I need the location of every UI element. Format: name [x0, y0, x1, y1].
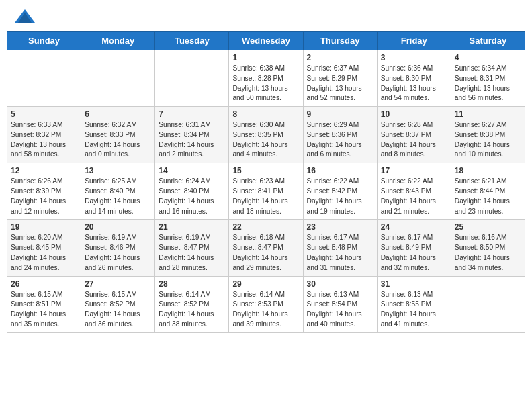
day-number: 10 [381, 109, 447, 119]
day-of-week-header: Wednesday [229, 32, 303, 50]
calendar-cell: 21Sunrise: 6:19 AMSunset: 8:47 PMDayligh… [155, 220, 229, 276]
day-number: 7 [159, 109, 225, 119]
day-number: 23 [307, 222, 373, 232]
calendar-cell: 23Sunrise: 6:17 AMSunset: 8:48 PMDayligh… [303, 220, 377, 276]
day-number: 24 [381, 222, 447, 232]
day-number: 5 [11, 109, 77, 119]
day-of-week-header: Monday [81, 32, 155, 50]
day-of-week-header: Tuesday [155, 32, 229, 50]
calendar-week-row: 12Sunrise: 6:26 AMSunset: 8:39 PMDayligh… [7, 163, 525, 220]
day-number: 13 [85, 166, 151, 175]
day-info: Sunrise: 6:16 AMSunset: 8:50 PMDaylight:… [455, 233, 521, 273]
day-info: Sunrise: 6:22 AMSunset: 8:43 PMDaylight:… [381, 177, 447, 216]
day-info: Sunrise: 6:32 AMSunset: 8:33 PMDaylight:… [85, 120, 151, 160]
day-info: Sunrise: 6:15 AMSunset: 8:51 PMDaylight:… [11, 290, 77, 330]
day-info: Sunrise: 6:31 AMSunset: 8:34 PMDaylight:… [159, 120, 225, 160]
calendar-cell [7, 50, 81, 107]
day-info: Sunrise: 6:38 AMSunset: 8:28 PMDaylight:… [232, 64, 299, 103]
day-number: 16 [307, 166, 373, 175]
day-number: 2 [307, 53, 373, 62]
calendar-cell: 15Sunrise: 6:23 AMSunset: 8:41 PMDayligh… [229, 163, 303, 220]
calendar-cell: 11Sunrise: 6:27 AMSunset: 8:38 PMDayligh… [451, 107, 525, 163]
calendar-cell: 13Sunrise: 6:25 AMSunset: 8:40 PMDayligh… [81, 163, 155, 220]
day-number: 19 [11, 222, 77, 232]
day-number: 20 [85, 222, 151, 232]
day-info: Sunrise: 6:34 AMSunset: 8:31 PMDaylight:… [455, 64, 521, 103]
day-info: Sunrise: 6:13 AMSunset: 8:55 PMDaylight:… [381, 290, 447, 330]
day-info: Sunrise: 6:27 AMSunset: 8:38 PMDaylight:… [455, 120, 521, 160]
day-info: Sunrise: 6:37 AMSunset: 8:29 PMDaylight:… [307, 64, 373, 103]
day-number: 17 [381, 166, 447, 175]
day-info: Sunrise: 6:20 AMSunset: 8:45 PMDaylight:… [11, 233, 77, 273]
calendar-cell: 22Sunrise: 6:18 AMSunset: 8:47 PMDayligh… [229, 220, 303, 276]
calendar-cell [81, 50, 155, 107]
calendar-table: SundayMondayTuesdayWednesdayThursdayFrid… [7, 31, 525, 333]
calendar-week-row: 26Sunrise: 6:15 AMSunset: 8:51 PMDayligh… [7, 276, 525, 332]
calendar-cell: 27Sunrise: 6:15 AMSunset: 8:52 PMDayligh… [81, 276, 155, 332]
day-number: 14 [159, 166, 225, 175]
calendar-cell: 9Sunrise: 6:29 AMSunset: 8:36 PMDaylight… [303, 107, 377, 163]
calendar-cell: 19Sunrise: 6:20 AMSunset: 8:45 PMDayligh… [7, 220, 81, 276]
calendar-cell: 4Sunrise: 6:34 AMSunset: 8:31 PMDaylight… [451, 50, 525, 107]
calendar-cell: 8Sunrise: 6:30 AMSunset: 8:35 PMDaylight… [229, 107, 303, 163]
calendar-cell: 3Sunrise: 6:36 AMSunset: 8:30 PMDaylight… [377, 50, 451, 107]
day-info: Sunrise: 6:17 AMSunset: 8:48 PMDaylight:… [307, 233, 373, 273]
day-info: Sunrise: 6:36 AMSunset: 8:30 PMDaylight:… [381, 64, 447, 103]
day-info: Sunrise: 6:22 AMSunset: 8:42 PMDaylight:… [307, 177, 373, 216]
day-number: 21 [159, 222, 225, 232]
day-number: 25 [455, 222, 521, 232]
calendar-week-row: 1Sunrise: 6:38 AMSunset: 8:28 PMDaylight… [7, 50, 525, 107]
day-number: 22 [232, 222, 299, 232]
day-info: Sunrise: 6:23 AMSunset: 8:41 PMDaylight:… [232, 177, 299, 216]
page-header [7, 7, 525, 26]
day-info: Sunrise: 6:21 AMSunset: 8:44 PMDaylight:… [455, 177, 521, 216]
calendar-header: SundayMondayTuesdayWednesdayThursdayFrid… [7, 32, 525, 50]
calendar-cell: 31Sunrise: 6:13 AMSunset: 8:55 PMDayligh… [377, 276, 451, 332]
calendar-cell: 16Sunrise: 6:22 AMSunset: 8:42 PMDayligh… [303, 163, 377, 220]
calendar-body: 1Sunrise: 6:38 AMSunset: 8:28 PMDaylight… [7, 50, 525, 333]
day-info: Sunrise: 6:24 AMSunset: 8:40 PMDaylight:… [159, 177, 225, 216]
calendar-week-row: 5Sunrise: 6:33 AMSunset: 8:32 PMDaylight… [7, 107, 525, 163]
calendar-cell: 26Sunrise: 6:15 AMSunset: 8:51 PMDayligh… [7, 276, 81, 332]
day-info: Sunrise: 6:13 AMSunset: 8:54 PMDaylight:… [307, 290, 373, 330]
day-number: 30 [307, 279, 373, 289]
day-info: Sunrise: 6:26 AMSunset: 8:39 PMDaylight:… [11, 177, 77, 216]
day-number: 3 [381, 53, 447, 62]
day-info: Sunrise: 6:19 AMSunset: 8:46 PMDaylight:… [85, 233, 151, 273]
calendar-cell: 28Sunrise: 6:14 AMSunset: 8:52 PMDayligh… [155, 276, 229, 332]
calendar-cell [155, 50, 229, 107]
day-info: Sunrise: 6:33 AMSunset: 8:32 PMDaylight:… [11, 120, 77, 160]
day-number: 18 [455, 166, 521, 175]
calendar-cell: 2Sunrise: 6:37 AMSunset: 8:29 PMDaylight… [303, 50, 377, 107]
day-info: Sunrise: 6:18 AMSunset: 8:47 PMDaylight:… [232, 233, 299, 273]
day-number: 6 [85, 109, 151, 119]
day-number: 27 [85, 279, 151, 289]
calendar-cell [451, 276, 525, 332]
day-of-week-header: Thursday [303, 32, 377, 50]
day-number: 4 [455, 53, 521, 62]
day-info: Sunrise: 6:15 AMSunset: 8:52 PMDaylight:… [85, 290, 151, 330]
day-info: Sunrise: 6:17 AMSunset: 8:49 PMDaylight:… [381, 233, 447, 273]
day-number: 29 [232, 279, 299, 289]
calendar-cell: 20Sunrise: 6:19 AMSunset: 8:46 PMDayligh… [81, 220, 155, 276]
calendar-cell: 6Sunrise: 6:32 AMSunset: 8:33 PMDaylight… [81, 107, 155, 163]
calendar-cell: 14Sunrise: 6:24 AMSunset: 8:40 PMDayligh… [155, 163, 229, 220]
day-of-week-header: Saturday [451, 32, 525, 50]
day-number: 15 [232, 166, 299, 175]
day-number: 8 [232, 109, 299, 119]
day-number: 1 [232, 53, 299, 62]
day-info: Sunrise: 6:14 AMSunset: 8:53 PMDaylight:… [232, 290, 299, 330]
day-number: 9 [307, 109, 373, 119]
calendar-cell: 10Sunrise: 6:28 AMSunset: 8:37 PMDayligh… [377, 107, 451, 163]
calendar-cell: 24Sunrise: 6:17 AMSunset: 8:49 PMDayligh… [377, 220, 451, 276]
day-info: Sunrise: 6:14 AMSunset: 8:52 PMDaylight:… [159, 290, 225, 330]
day-number: 12 [11, 166, 77, 175]
day-number: 28 [159, 279, 225, 289]
day-info: Sunrise: 6:25 AMSunset: 8:40 PMDaylight:… [85, 177, 151, 216]
day-info: Sunrise: 6:19 AMSunset: 8:47 PMDaylight:… [159, 233, 225, 273]
logo [12, 9, 36, 23]
day-of-week-header: Sunday [7, 32, 81, 50]
day-info: Sunrise: 6:28 AMSunset: 8:37 PMDaylight:… [381, 120, 447, 160]
day-number: 31 [381, 279, 447, 289]
calendar-cell: 30Sunrise: 6:13 AMSunset: 8:54 PMDayligh… [303, 276, 377, 332]
